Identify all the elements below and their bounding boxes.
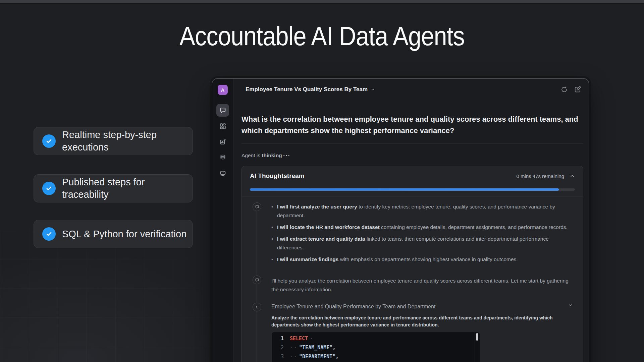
chart-add-icon bbox=[219, 138, 226, 145]
scrollbar-thumb[interactable] bbox=[476, 333, 478, 341]
scrollbar-track bbox=[475, 332, 475, 362]
sidebar-item-new-chart[interactable] bbox=[216, 135, 229, 148]
database-icon bbox=[219, 154, 226, 161]
sql-code-block: 1 SELECT· 2 ··"TEAM_NAME", 3 ··"DEPARTME… bbox=[271, 332, 480, 362]
list-item: I will summarize findings with emphasis … bbox=[271, 255, 574, 264]
list-item: I will extract tenure and quality data l… bbox=[271, 235, 574, 252]
sidebar-item-chat[interactable] bbox=[216, 104, 229, 117]
timeline-step-message: I'll help you analyze the correlation be… bbox=[250, 276, 575, 294]
top-band bbox=[0, 0, 644, 4]
dashboard-grid-icon bbox=[219, 123, 226, 130]
feature-label: Published steps for traceability bbox=[62, 176, 193, 201]
progress-fill bbox=[250, 188, 559, 191]
chat-icon bbox=[219, 107, 226, 114]
task-header[interactable]: Employee Tenure and Quality Performance … bbox=[271, 303, 574, 310]
thoughtstream-title: AI Thoughtstream bbox=[250, 172, 305, 180]
bot-icon bbox=[219, 170, 226, 177]
time-remaining: 0 mins 47s remaining bbox=[516, 173, 564, 179]
feature-card-sql-python: SQL & Python for verification bbox=[34, 220, 193, 248]
chevron-down-icon[interactable] bbox=[568, 303, 573, 308]
chat-icon bbox=[253, 202, 261, 211]
sidebar-item-dashboards[interactable] bbox=[216, 120, 229, 132]
plan-bullet-list: I will first analyze the user query to i… bbox=[271, 202, 574, 264]
chevron-down-icon bbox=[371, 87, 375, 92]
refresh-icon[interactable] bbox=[560, 86, 568, 93]
app-window: A bbox=[212, 78, 589, 362]
code-line: 1 SELECT· bbox=[272, 334, 480, 343]
app-logo[interactable]: A bbox=[218, 85, 228, 95]
header-actions bbox=[560, 86, 581, 93]
code-line: 3 ··"DEPARTMENT", bbox=[272, 352, 480, 361]
divider bbox=[241, 143, 583, 143]
list-item: I will first analyze the user query to i… bbox=[271, 202, 574, 220]
edit-icon[interactable] bbox=[574, 86, 581, 93]
chevron-up-icon[interactable] bbox=[570, 173, 575, 179]
feature-card-published: Published steps for traceability bbox=[34, 174, 193, 202]
timeline-step-plan: I will first analyze the user query to i… bbox=[250, 202, 575, 267]
main-content: Employee Tenure Vs Quality Scores By Tea… bbox=[233, 79, 589, 362]
check-circle-icon bbox=[42, 134, 56, 148]
feature-label: SQL & Python for verification bbox=[62, 228, 186, 240]
thoughtstream-body: I will first analyze the user query to i… bbox=[242, 196, 583, 362]
page-title: Accountable AI Data Agents bbox=[0, 22, 644, 50]
sidebar-item-agents[interactable] bbox=[216, 167, 229, 180]
task-description: Analyze the correlation between employee… bbox=[271, 314, 574, 328]
feature-label: Realtime step-by-step executions bbox=[62, 129, 193, 154]
check-circle-icon bbox=[42, 227, 56, 241]
thread-title: Employee Tenure Vs Quality Scores By Tea… bbox=[246, 86, 368, 93]
user-question: What is the correlation between employee… bbox=[241, 114, 583, 136]
timeline-step-task: Employee Tenure and Quality Performance … bbox=[250, 303, 575, 362]
thoughtstream-header: AI Thoughtstream 0 mins 47s remaining bbox=[242, 166, 583, 180]
window-header: Employee Tenure Vs Quality Scores By Tea… bbox=[241, 79, 583, 100]
list-item: I will locate the HR and workforce datas… bbox=[271, 223, 574, 232]
code-line: 2 ··"TEAM_NAME", bbox=[272, 343, 480, 352]
check-circle-icon bbox=[42, 182, 56, 195]
chat-icon bbox=[253, 276, 261, 284]
sidebar: A bbox=[212, 79, 233, 362]
sidebar-item-datasets[interactable] bbox=[216, 151, 229, 164]
agent-status: Agent is thinking··· bbox=[241, 153, 583, 159]
page: Accountable AI Data Agents Realtime step… bbox=[0, 0, 644, 362]
thread-title-dropdown[interactable]: Employee Tenure Vs Quality Scores By Tea… bbox=[246, 86, 375, 93]
task-title: Employee Tenure and Quality Performance … bbox=[271, 304, 435, 310]
terminal-icon bbox=[253, 303, 261, 311]
thoughtstream-panel: AI Thoughtstream 0 mins 47s remaining bbox=[241, 166, 583, 362]
agent-message: I'll help you analyze the correlation be… bbox=[271, 277, 574, 294]
thinking-dots: ··· bbox=[283, 153, 291, 158]
progress-bar bbox=[250, 188, 575, 191]
feature-card-realtime: Realtime step-by-step executions bbox=[34, 127, 193, 155]
